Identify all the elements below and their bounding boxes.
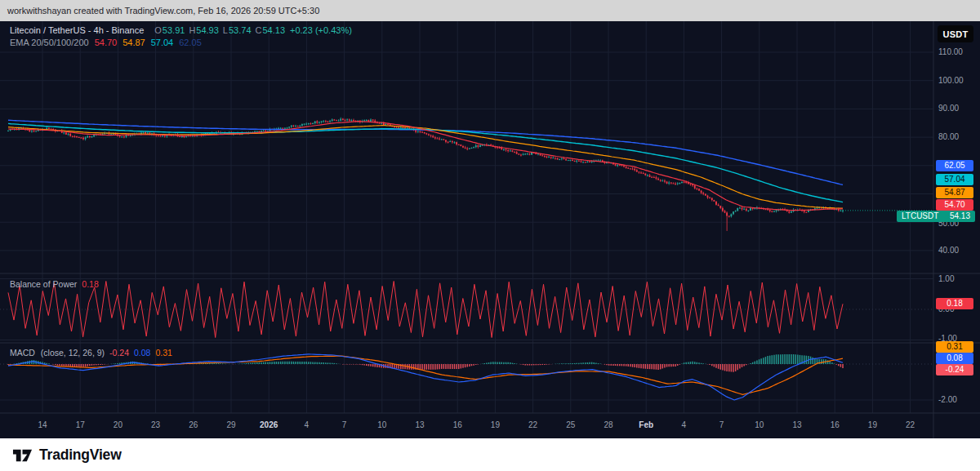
time-label: 4 — [288, 420, 324, 429]
time-label: 10 — [742, 420, 777, 429]
time-label: 22 — [893, 420, 929, 429]
time-label: Feb — [628, 420, 664, 429]
chart-canvas[interactable] — [0, 21, 980, 438]
bop-pane-title[interactable]: Balance of Power0.18 — [10, 279, 99, 289]
time-label: 4 — [666, 420, 702, 429]
symbol-badge-name: LTCUSDT — [902, 211, 938, 222]
symbol-title[interactable]: Litecoin / TetherUS - 4h - Binance — [10, 25, 144, 35]
time-label: 14 — [24, 420, 60, 429]
macd-pane-title[interactable]: MACD (close, 12, 26, 9)-0.240.080.31 — [10, 348, 172, 358]
axis-label: 80.00 — [938, 132, 959, 141]
macd-hist-value: -0.24 — [109, 348, 129, 358]
ema20-value: 54.70 — [95, 38, 118, 47]
time-label: 19 — [854, 420, 890, 429]
time-label: 19 — [477, 420, 513, 429]
time-label: 20 — [100, 420, 136, 429]
ema200-value: 62.05 — [179, 38, 202, 47]
time-label: 10 — [364, 420, 400, 429]
time-label: 7 — [327, 420, 363, 429]
chart-area[interactable]: Litecoin / TetherUS - 4h - BinanceO53.91… — [0, 21, 980, 438]
price-badge: 62.05 — [936, 160, 973, 171]
open-value: 53.91 — [163, 25, 185, 35]
tradingview-logo-icon — [11, 445, 33, 465]
macd-signal-value: 0.31 — [155, 348, 172, 358]
time-label: 13 — [402, 420, 438, 429]
footer-bar: TradingView — [0, 438, 980, 471]
price-badge: 0.31 — [936, 341, 973, 353]
time-label: 23 — [138, 420, 174, 429]
close-value: 54.13 — [262, 25, 285, 35]
price-badge: -0.24 — [936, 364, 973, 375]
time-label: 25 — [553, 420, 589, 429]
watermark-bar: workwithshayan created with TradingView.… — [0, 0, 980, 21]
time-label: 16 — [439, 420, 475, 429]
time-label: 13 — [779, 420, 815, 429]
high-label: H — [189, 25, 195, 35]
bop-title-label[interactable]: Balance of Power — [10, 279, 77, 289]
price-badge: 57.04 — [936, 174, 973, 185]
axis-label: 1.00 — [938, 274, 954, 283]
macd-title-label[interactable]: MACD — [10, 348, 35, 358]
open-label: O — [154, 25, 162, 35]
currency-toggle-button[interactable]: USDT — [938, 25, 973, 42]
change-value: +0.23 (+0.43%) — [290, 25, 352, 35]
time-label: 7 — [704, 420, 740, 429]
symbol-badge-price: 54.13 — [950, 211, 970, 222]
price-badge: 0.18 — [936, 298, 973, 309]
time-label: 2026 — [251, 420, 287, 429]
tradingview-logo[interactable]: TradingView — [11, 445, 122, 465]
axis-label: 110.00 — [938, 47, 963, 56]
close-label: C — [256, 25, 262, 35]
axis-label: 90.00 — [938, 104, 959, 113]
macd-params: (close, 12, 26, 9) — [41, 348, 105, 358]
time-label: 22 — [515, 420, 551, 429]
axis-label: -2.00 — [938, 395, 957, 404]
time-label: 17 — [62, 420, 98, 429]
time-label: 28 — [590, 420, 626, 429]
ema-legend-label[interactable]: EMA 20/50/100/200 — [10, 38, 89, 47]
tradingview-chart-screenshot: workwithshayan created with TradingView.… — [0, 0, 980, 471]
watermark-text: workwithshayan created with TradingView.… — [7, 6, 319, 16]
time-label: 16 — [817, 420, 853, 429]
high-value: 54.93 — [196, 25, 219, 35]
axis-label: 100.00 — [938, 76, 964, 85]
low-label: L — [223, 25, 228, 35]
time-label: 26 — [176, 420, 212, 429]
tradingview-wordmark: TradingView — [39, 447, 122, 464]
ema50-value: 54.87 — [122, 38, 145, 47]
symbol-price-badge: LTCUSDT54.13 — [897, 211, 975, 222]
price-badge: 0.08 — [936, 353, 973, 364]
bop-value: 0.18 — [82, 279, 98, 289]
axis-label: 40.00 — [938, 246, 959, 255]
price-badge: 54.87 — [936, 187, 973, 198]
price-badge: 54.70 — [936, 199, 973, 211]
ema100-value: 57.04 — [151, 38, 174, 47]
low-value: 53.74 — [229, 25, 252, 35]
time-label: 29 — [213, 420, 249, 429]
symbol-status-line[interactable]: Litecoin / TetherUS - 4h - BinanceO53.91… — [10, 24, 352, 37]
main-pane-legend[interactable]: Litecoin / TetherUS - 4h - BinanceO53.91… — [10, 24, 352, 49]
macd-line-value: 0.08 — [134, 348, 150, 358]
ema-legend-line[interactable]: EMA 20/50/100/20054.7054.8757.0462.05 — [10, 37, 352, 49]
